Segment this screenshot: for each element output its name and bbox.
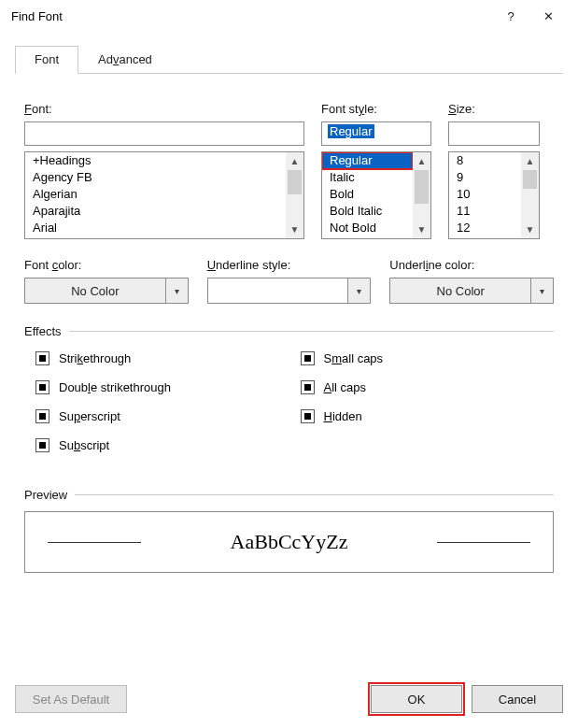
chevron-down-icon[interactable]: ▼ (413, 221, 430, 238)
scrollbar[interactable]: ▲ ▼ (413, 152, 430, 238)
list-item[interactable]: Algerian (25, 186, 286, 203)
all-caps-checkbox[interactable]: All caps (301, 380, 555, 394)
list-item[interactable]: 8 (449, 152, 521, 169)
chevron-down-icon[interactable]: ▾ (531, 278, 554, 304)
list-item[interactable]: 9 (449, 169, 521, 186)
effects-header: Effects (24, 324, 554, 338)
double-strikethrough-checkbox[interactable]: Double strikethrough (35, 380, 289, 394)
underline-style-label: Underline style: (207, 258, 372, 272)
font-style-input[interactable]: Regular (321, 121, 431, 146)
list-item[interactable]: Regular (322, 152, 413, 169)
chevron-up-icon[interactable]: ▲ (521, 152, 539, 170)
preview-sample: AaBbCcYyZz (141, 530, 437, 554)
preview-header: Preview (24, 488, 554, 502)
chevron-up-icon[interactable]: ▲ (286, 152, 303, 170)
tristate-icon (301, 409, 315, 423)
tristate-icon (301, 380, 315, 394)
chevron-down-icon[interactable]: ▾ (348, 278, 371, 304)
chevron-down-icon[interactable]: ▾ (166, 278, 189, 304)
list-item[interactable]: Bold (322, 186, 413, 203)
tab-pane-font: Font: +Headings Agency FB Algerian Apara… (15, 74, 563, 580)
tristate-icon (301, 351, 315, 365)
scrollbar[interactable]: ▲ ▼ (286, 152, 303, 238)
font-input[interactable] (24, 121, 304, 146)
font-style-label: Font style: (321, 102, 431, 116)
font-style-list[interactable]: Regular Italic Bold Bold Italic Not Bold… (321, 151, 431, 239)
list-item[interactable]: Agency FB (25, 169, 286, 186)
tristate-icon (35, 409, 49, 423)
chevron-down-icon[interactable]: ▼ (521, 221, 539, 238)
scrollbar[interactable]: ▲ ▼ (521, 152, 539, 238)
list-item[interactable]: 11 (449, 203, 521, 220)
size-label: Size: (448, 102, 540, 116)
chevron-down-icon[interactable]: ▼ (286, 221, 303, 238)
list-item[interactable]: Aparajita (25, 203, 286, 220)
font-label: Font: (24, 102, 304, 116)
list-item[interactable]: Italic (322, 169, 413, 186)
tab-advanced[interactable]: Advanced (78, 46, 172, 74)
preview-underline (48, 542, 141, 543)
find-font-dialog: Find Font ? ✕ Font Advanced Font: +Headi… (0, 0, 578, 728)
underline-style-combo[interactable]: ▾ (207, 278, 372, 304)
tristate-icon (35, 351, 49, 365)
list-item[interactable]: Bold Italic (322, 203, 413, 220)
close-icon: ✕ (543, 9, 554, 23)
preview-underline (437, 542, 530, 543)
help-button[interactable]: ? (492, 3, 529, 29)
ok-button[interactable]: OK (371, 685, 462, 713)
hidden-checkbox[interactable]: Hidden (301, 409, 555, 423)
size-input[interactable] (448, 121, 540, 146)
list-item[interactable]: +Headings (25, 152, 286, 169)
list-item[interactable]: 10 (449, 186, 521, 203)
close-button[interactable]: ✕ (529, 3, 567, 29)
tab-font[interactable]: Font (15, 46, 78, 74)
preview-box: AaBbCcYyZz (24, 511, 554, 573)
set-as-default-button[interactable]: Set As Default (15, 685, 127, 713)
subscript-checkbox[interactable]: Subscript (35, 438, 289, 452)
font-color-label: Font color: (24, 258, 189, 272)
font-color-combo[interactable]: No Color ▾ (24, 278, 189, 304)
size-list[interactable]: 8 9 10 11 12 ▲ ▼ (448, 151, 540, 239)
titlebar: Find Font ? ✕ (0, 0, 578, 32)
tabs: Font Advanced (15, 45, 563, 74)
tristate-icon (35, 380, 49, 394)
list-item[interactable]: Arial (25, 220, 286, 236)
font-list[interactable]: +Headings Agency FB Algerian Aparajita A… (24, 151, 304, 239)
underline-color-combo[interactable]: No Color ▾ (389, 278, 554, 304)
list-item[interactable]: 12 (449, 220, 521, 236)
list-item[interactable]: Not Bold (322, 220, 413, 236)
strikethrough-checkbox[interactable]: Strikethrough (35, 351, 289, 365)
cancel-button[interactable]: Cancel (472, 685, 563, 713)
tristate-icon (35, 438, 49, 452)
help-icon: ? (507, 9, 514, 23)
superscript-checkbox[interactable]: Superscript (35, 409, 289, 423)
chevron-up-icon[interactable]: ▲ (413, 152, 430, 170)
small-caps-checkbox[interactable]: Small caps (301, 351, 555, 365)
underline-color-label: Underline color: (389, 258, 554, 272)
dialog-title: Find Font (11, 9, 492, 23)
